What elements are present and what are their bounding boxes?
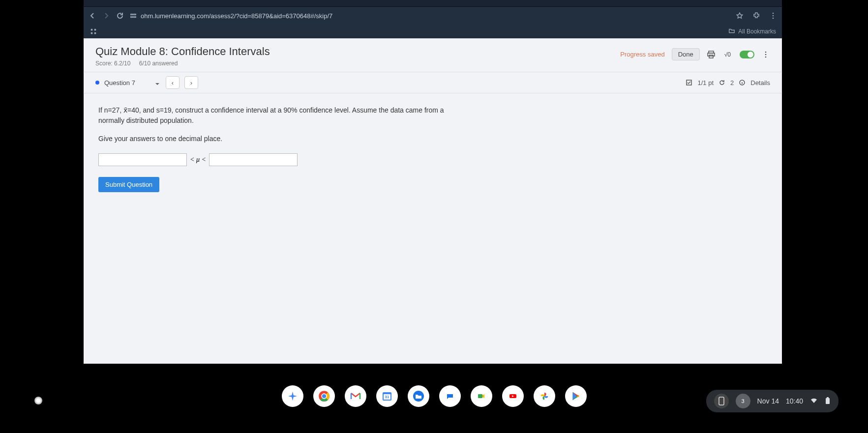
messages-app-icon[interactable]	[439, 385, 461, 407]
url-field[interactable]: ohm.lumenlearning.com/assess2/?cid=85879…	[130, 12, 730, 20]
math-mode-badge: √0	[722, 51, 733, 58]
svg-rect-34	[826, 398, 830, 404]
svg-rect-3	[134, 17, 136, 18]
url-text: ohm.lumenlearning.com/assess2/?cid=85879…	[141, 12, 332, 20]
forward-icon[interactable]	[102, 12, 110, 20]
all-bookmarks-button[interactable]: All Bookmarks	[728, 28, 776, 36]
svg-point-14	[765, 51, 767, 53]
question-number-label: Question 7	[104, 79, 135, 87]
score-icon	[686, 79, 692, 86]
taskbar-apps: 31	[282, 385, 587, 407]
youtube-app-icon[interactable]	[502, 385, 524, 407]
browser-tab-strip	[84, 0, 782, 7]
svg-rect-2	[131, 17, 133, 18]
system-date: Nov 14	[757, 397, 779, 405]
system-time: 10:40	[786, 397, 803, 405]
svg-rect-7	[91, 29, 93, 31]
kebab-icon[interactable]	[761, 50, 770, 59]
lower-bound-input[interactable]	[98, 153, 187, 166]
question-nav-bar: Question 7 ‹ › 1/1 pt 2 Detail	[84, 72, 782, 93]
play-store-app-icon[interactable]	[565, 385, 587, 407]
gemini-app-icon[interactable]	[282, 385, 303, 407]
settings-toggle[interactable]	[740, 51, 754, 58]
svg-point-4	[773, 13, 774, 14]
done-button[interactable]: Done	[672, 48, 700, 60]
question-instruction: Give your answers to one decimal place.	[98, 135, 452, 143]
svg-rect-13	[709, 55, 713, 58]
progress-saved-label: Progress saved	[620, 51, 664, 58]
files-app-icon[interactable]	[408, 385, 429, 407]
svg-point-5	[773, 15, 774, 17]
upper-bound-input[interactable]	[209, 153, 298, 166]
svg-point-16	[765, 56, 767, 58]
bookmark-bar: All Bookmarks	[84, 25, 782, 38]
svg-rect-9	[91, 32, 93, 34]
svg-rect-8	[94, 29, 96, 31]
points-label: 1/1 pt	[697, 79, 714, 87]
info-icon[interactable]	[739, 79, 746, 86]
svg-rect-10	[94, 32, 96, 34]
folder-icon	[728, 28, 735, 36]
notification-badge-icon[interactable]: 3	[736, 394, 750, 408]
reload-icon[interactable]	[116, 12, 124, 20]
svg-point-6	[773, 18, 774, 19]
back-icon[interactable]	[89, 12, 96, 20]
print-icon[interactable]	[707, 50, 716, 59]
chevron-down-icon[interactable]	[155, 80, 161, 86]
battery-icon[interactable]	[825, 397, 831, 406]
next-question-button[interactable]: ›	[184, 76, 198, 89]
menu-icon[interactable]	[769, 12, 777, 20]
retry-icon	[718, 79, 725, 86]
gmail-app-icon[interactable]	[345, 385, 366, 407]
phone-hub-icon[interactable]	[714, 394, 729, 408]
site-settings-icon[interactable]	[130, 12, 137, 19]
meet-app-icon[interactable]	[471, 385, 492, 407]
page-content: Quiz Module 8: Confidence Intervals Scor…	[84, 38, 782, 364]
star-icon[interactable]	[736, 12, 744, 20]
mu-inequality-label: < μ <	[190, 156, 206, 164]
attempts-label: 2	[730, 79, 734, 87]
svg-rect-12	[708, 53, 715, 56]
svg-rect-33	[719, 397, 724, 405]
system-tray[interactable]: 3 Nov 14 10:40	[706, 390, 838, 412]
answer-row: < μ <	[98, 153, 452, 166]
chrome-app-icon[interactable]	[313, 385, 335, 407]
svg-rect-30	[478, 394, 482, 398]
question-indicator	[95, 81, 99, 85]
photos-app-icon[interactable]	[534, 385, 555, 407]
question-body: If n=27, x̄=40, and s=19, construct a co…	[84, 93, 467, 204]
quiz-title: Quiz Module 8: Confidence Intervals	[95, 45, 270, 58]
svg-rect-1	[134, 14, 136, 15]
svg-point-15	[765, 54, 767, 55]
question-text: If n=27, x̄=40, and s=19, construct a co…	[98, 105, 452, 126]
prev-question-button[interactable]: ‹	[166, 76, 180, 89]
all-bookmarks-label: All Bookmarks	[738, 28, 776, 35]
quiz-header: Quiz Module 8: Confidence Intervals Scor…	[84, 38, 782, 72]
quiz-score: Score: 6.2/10	[95, 60, 130, 67]
svg-text:31: 31	[385, 395, 389, 399]
apps-grid-icon[interactable]	[90, 28, 97, 35]
wifi-icon[interactable]	[810, 397, 818, 406]
details-label[interactable]: Details	[750, 79, 770, 87]
extension-icon[interactable]	[752, 12, 760, 20]
calendar-app-icon[interactable]: 31	[376, 385, 398, 407]
quiz-answered: 6/10 answered	[139, 60, 178, 67]
url-toolbar: ohm.lumenlearning.com/assess2/?cid=85879…	[84, 7, 782, 25]
browser-window: ohm.lumenlearning.com/assess2/?cid=85879…	[84, 0, 782, 364]
svg-rect-35	[827, 397, 829, 398]
svg-rect-0	[131, 14, 133, 15]
submit-question-button[interactable]: Submit Question	[98, 177, 159, 192]
